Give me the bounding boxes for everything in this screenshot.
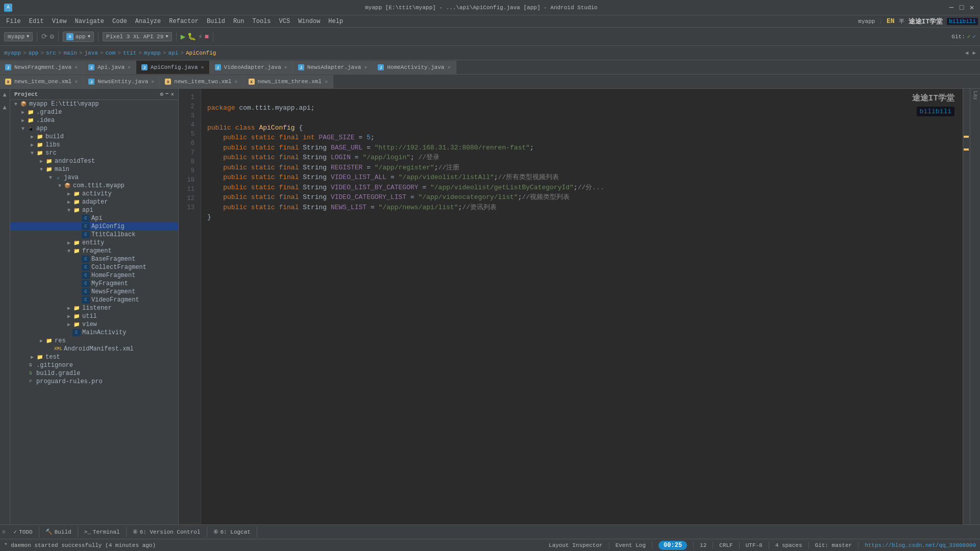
tree-item-app[interactable]: ▼ 📱 app [10, 124, 178, 133]
tab-todo[interactable]: ✓ TODO [8, 527, 39, 537]
tree-collapse-icon[interactable]: − [165, 91, 169, 97]
status-indent[interactable]: 4 spaces [775, 542, 802, 548]
status-line-ending[interactable]: CRLF [719, 542, 732, 548]
tree-item-res[interactable]: ▶ 📁 res [10, 337, 178, 345]
tree-item-ttitcallback[interactable]: C TtitCallback [10, 231, 178, 239]
toolbar-settings-btn[interactable]: ⚙ [50, 32, 54, 41]
project-tree[interactable]: Project ⚙ − ✕ ▼ 📦 myapp E:\ttit\myapp ▶ … [10, 89, 179, 524]
tree-item-apiconfig-file[interactable]: C ApiConfig [10, 222, 178, 231]
project-dropdown[interactable]: myapp ▼ [4, 32, 33, 41]
tree-item-myapp[interactable]: ▼ 📦 myapp E:\ttit\myapp [10, 100, 178, 108]
tab-close3[interactable]: ✕ [201, 64, 204, 70]
tree-item-collectfragment[interactable]: C CollectFragment [10, 263, 178, 271]
tab-build[interactable]: 🔨 Build [39, 527, 78, 537]
tree-item-api-file[interactable]: C Api [10, 214, 178, 222]
nav-myapp[interactable]: myapp [4, 50, 21, 56]
tree-item-basefragment[interactable]: C BaseFragment [10, 255, 178, 263]
debug-button[interactable]: 🐛 [187, 32, 196, 41]
tab-newsadapter[interactable]: J NewsAdapter.java ✕ [293, 61, 373, 74]
menu-view[interactable]: View [48, 17, 71, 26]
tree-item-androidtest[interactable]: ▶ 📁 androidTest [10, 157, 178, 165]
tab-newsitem2[interactable]: X news_item_two.xml ✕ [160, 75, 243, 88]
tab-newsitem3[interactable]: X news_item_three.xml ✕ [243, 75, 333, 88]
tree-item-listener[interactable]: ▶ 📁 listener [10, 304, 178, 312]
tree-item-build[interactable]: ▶ 📁 build [10, 133, 178, 141]
tab-close5[interactable]: ✕ [364, 64, 367, 70]
device-dropdown[interactable]: Pixel 3 XL API 29 ▼ [103, 32, 172, 41]
nav-src[interactable]: src [46, 50, 56, 56]
tab-apiconfig[interactable]: J ApiConfig.java ✕ [136, 61, 209, 74]
left-strip-arrow2[interactable]: ◀ [1, 106, 9, 109]
nav-myapp2[interactable]: myapp [144, 50, 161, 56]
nav-apiconfig[interactable]: ApiConfig [186, 50, 216, 56]
tab-close7[interactable]: ✕ [75, 79, 78, 85]
close-button[interactable]: ✕ [968, 4, 976, 12]
tree-item-idea[interactable]: ▶ 📁 .idea [10, 116, 178, 124]
tree-item-api-folder[interactable]: ▼ 📁 api [10, 206, 178, 214]
tab-close8[interactable]: ✕ [151, 79, 154, 85]
menu-analyze[interactable]: Analyze [131, 17, 165, 26]
tree-item-buildgradle[interactable]: G build.gradle [10, 369, 178, 378]
left-strip-arrow1[interactable]: ◀ [1, 93, 9, 96]
tree-close-icon[interactable]: ✕ [170, 91, 174, 97]
tree-gear-icon[interactable]: ⚙ [160, 91, 163, 97]
status-git-branch[interactable]: Git: master [815, 542, 852, 548]
tree-item-main[interactable]: ▼ 📁 main [10, 165, 178, 173]
tab-close10[interactable]: ✕ [325, 79, 328, 85]
tab-close6[interactable]: ✕ [448, 64, 451, 70]
tab-newsfragment[interactable]: J NewsFragment.java ✕ [0, 61, 83, 74]
status-layout-inspector[interactable]: Layout Inspector [549, 542, 603, 548]
tree-item-gradle[interactable]: ▶ 📁 .gradle [10, 108, 178, 116]
nav-main[interactable]: main [63, 50, 77, 56]
status-event-log[interactable]: Event Log [616, 542, 646, 548]
tab-terminal[interactable]: >_ Terminal [78, 527, 127, 537]
minimize-button[interactable]: ─ [947, 4, 955, 12]
code-content[interactable]: package com.ttit.myapp.api; public class… [201, 89, 963, 524]
status-url[interactable]: https://blog.csdn.net/qq_33608000 [865, 542, 976, 548]
tree-item-java[interactable]: ▼ ☕ java [10, 173, 178, 182]
tree-item-util[interactable]: ▶ 📁 util [10, 312, 178, 320]
nav-app[interactable]: app [29, 50, 39, 56]
tree-item-adapter[interactable]: ▶ 📁 adapter [10, 198, 178, 206]
tab-close9[interactable]: ✕ [235, 79, 238, 85]
nav-back-btn[interactable]: ◀ [965, 49, 969, 56]
tab-newsentity[interactable]: J NewsEntity.java ✕ [83, 75, 160, 88]
menu-refactor[interactable]: Refactor [165, 17, 203, 26]
tab-logcat[interactable]: ⑥ 6: Logcat [207, 527, 257, 537]
tab-vcs[interactable]: ⑥ 6: Version Control [127, 527, 207, 537]
run-button[interactable]: ▶ [181, 32, 186, 42]
maximize-button[interactable]: □ [958, 4, 966, 12]
tab-videoadapter[interactable]: J VideoAdapter.java ✕ [210, 61, 293, 74]
tab-close2[interactable]: ✕ [128, 64, 131, 70]
nav-ttit[interactable]: ttit [123, 50, 136, 56]
code-area[interactable]: 1 2 3 4 5 6 7 8 9 10 11 12 13 package co… [179, 89, 970, 524]
tree-item-myfragment[interactable]: C MyFragment [10, 280, 178, 288]
nav-java[interactable]: java [84, 50, 97, 56]
tree-item-src[interactable]: ▼ 📁 src [10, 149, 178, 157]
tree-item-comttit[interactable]: ▼ 📦 com.ttit.myapp [10, 182, 178, 190]
tree-item-activity[interactable]: ▶ 📁 activity [10, 190, 178, 198]
menu-build[interactable]: Build [203, 17, 229, 26]
menu-file[interactable]: File [2, 17, 25, 26]
toolbar-sync-btn[interactable]: ⟳ [41, 32, 47, 41]
tree-item-proguard[interactable]: P proguard-rules.pro [10, 378, 178, 386]
tree-item-view[interactable]: ▶ 📁 view [10, 320, 178, 329]
tab-close4[interactable]: ✕ [284, 64, 287, 70]
tree-item-newsfragment[interactable]: C NewsFragment [10, 288, 178, 296]
tab-api[interactable]: J Api.java ✕ [83, 61, 136, 74]
profile-button[interactable]: ⚡ [198, 32, 202, 41]
right-strip-icon1[interactable]: Lay [972, 91, 978, 100]
menu-window[interactable]: Window [294, 17, 324, 26]
menu-edit[interactable]: Edit [25, 17, 48, 26]
status-encoding[interactable]: UTF-8 [746, 542, 763, 548]
tree-item-manifest[interactable]: XML AndroidManifest.xml [10, 345, 178, 353]
menu-code[interactable]: Code [108, 17, 131, 26]
tab-newsitem1[interactable]: X news_item_one.xml ✕ [0, 75, 83, 88]
tree-item-fragment[interactable]: ▼ 📁 fragment [10, 247, 178, 255]
menu-run[interactable]: Run [229, 17, 249, 26]
nav-api[interactable]: api [168, 50, 179, 56]
menu-navigate[interactable]: Navigate [70, 17, 108, 26]
app-dropdown[interactable]: a app ▼ [63, 32, 94, 42]
nav-com[interactable]: com [106, 50, 116, 56]
menu-tools[interactable]: Tools [249, 17, 275, 26]
